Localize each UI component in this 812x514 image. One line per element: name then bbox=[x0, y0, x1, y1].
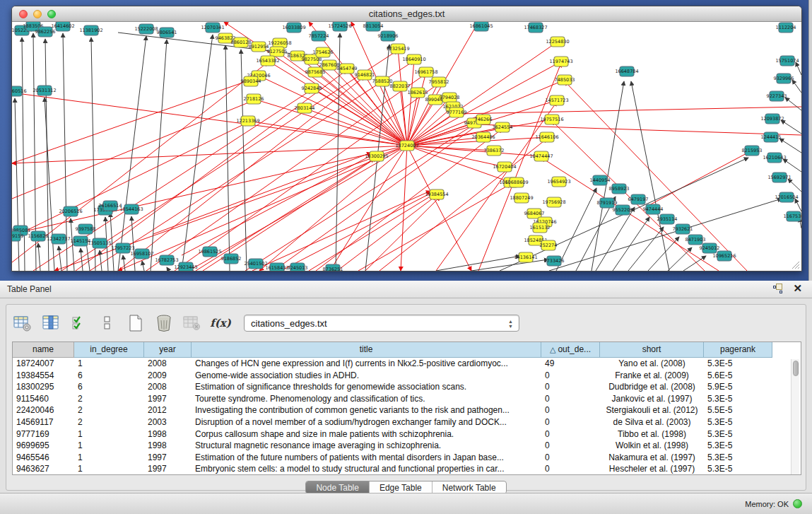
network-node-teal[interactable]: 16648784 bbox=[615, 66, 638, 76]
network-node-yellow[interactable]: 18640910 bbox=[402, 54, 425, 64]
column-header-year[interactable]: year bbox=[144, 342, 192, 358]
delete-rows-icon[interactable] bbox=[153, 313, 175, 334]
table-settings-icon[interactable] bbox=[12, 313, 33, 334]
table-row[interactable]: 911546021997Tourette syndrome. Phenomeno… bbox=[13, 393, 801, 405]
network-node-teal[interactable]: 9552209 bbox=[613, 205, 633, 215]
network-node-yellow[interactable]: 1754626 bbox=[313, 47, 334, 57]
network-node-yellow[interactable]: 16961758 bbox=[414, 67, 437, 77]
network-node-teal[interactable]: 1156829 bbox=[28, 231, 49, 241]
network-node-yellow[interactable]: 8912954 bbox=[249, 42, 269, 52]
column-header-in_degree[interactable]: in_degree bbox=[74, 342, 144, 358]
float-panel-icon[interactable] bbox=[773, 284, 783, 293]
network-node-teal[interactable]: 9245013 bbox=[288, 263, 308, 271]
table-row[interactable]: 969969511998Structural magnetic resonanc… bbox=[13, 440, 801, 452]
network-node-yellow[interactable]: 746266 bbox=[475, 115, 493, 124]
network-node-teal[interactable]: 8958923 bbox=[609, 184, 630, 194]
window-resize-grip[interactable] bbox=[790, 259, 800, 269]
close-panel-icon[interactable]: ✕ bbox=[793, 284, 802, 293]
show-columns-icon[interactable] bbox=[40, 313, 61, 334]
network-node-yellow[interactable]: 9890344 bbox=[241, 76, 261, 86]
column-header-name[interactable]: name bbox=[13, 342, 74, 358]
network-node-teal[interactable]: 15751074 bbox=[775, 56, 799, 66]
scrollbar-thumb[interactable] bbox=[793, 361, 799, 376]
network-node-teal[interactable]: 8471903 bbox=[686, 235, 706, 245]
network-node-teal[interactable]: 15222008 bbox=[134, 24, 158, 34]
network-node-yellow[interactable]: 9875685 bbox=[305, 67, 326, 77]
network-node-yellow[interactable]: 1615132 bbox=[530, 223, 551, 233]
table-vertical-scrollbar[interactable] bbox=[791, 359, 799, 474]
network-node-teal[interactable]: 1244415 bbox=[761, 132, 782, 142]
network-node-teal[interactable]: 9218906 bbox=[378, 31, 399, 41]
network-node-teal[interactable]: 1167530 bbox=[784, 211, 801, 221]
network-node-teal[interactable]: 9329966 bbox=[774, 74, 794, 83]
network-node-yellow[interactable]: 7955812 bbox=[429, 77, 449, 87]
network-node-yellow[interactable]: 9242848 bbox=[302, 83, 322, 93]
network-node-yellow[interactable]: 19756928 bbox=[542, 197, 565, 207]
network-node-teal[interactable]: 11381902 bbox=[79, 25, 102, 35]
network-node-teal[interactable]: 7932621 bbox=[673, 224, 693, 234]
network-node-yellow[interactable]: 19757516 bbox=[540, 115, 563, 124]
network-node-teal[interactable]: 26160516 bbox=[12, 86, 27, 96]
network-node-teal[interactable]: 9397588 bbox=[76, 224, 96, 234]
table-row[interactable]: 1456911722003Disruption of a novel membe… bbox=[13, 416, 801, 428]
network-node-teal[interactable]: 8736251 bbox=[323, 264, 343, 271]
network-node-teal[interactable]: 15692971 bbox=[767, 173, 791, 182]
network-node-yellow[interactable]: 2803144 bbox=[295, 103, 315, 113]
network-node-teal[interactable]: 6479197 bbox=[628, 194, 649, 204]
delete-table-icon[interactable] bbox=[182, 313, 203, 334]
network-node-yellow[interactable]: 1862615 bbox=[408, 88, 428, 98]
network-node-teal[interactable]: 7857224 bbox=[309, 31, 329, 41]
network-node-teal[interactable]: 16158432 bbox=[265, 263, 288, 271]
network-node-teal[interactable]: 2935114 bbox=[657, 214, 678, 224]
network-node-teal[interactable]: 16782753 bbox=[155, 255, 178, 265]
network-node-yellow[interactable]: 12254830 bbox=[546, 37, 569, 47]
network-node-teal[interactable]: 12070341 bbox=[201, 23, 224, 33]
table-row[interactable]: 2242004622012Investigating the contribut… bbox=[13, 404, 801, 416]
function-builder-icon[interactable]: f(x) bbox=[210, 313, 231, 334]
tab-node-table[interactable]: Node Table bbox=[306, 481, 370, 493]
network-node-yellow[interactable]: 18807249 bbox=[510, 193, 533, 203]
network-node-yellow[interactable]: 14571723 bbox=[545, 95, 568, 105]
network-node-yellow[interactable]: 11646106 bbox=[535, 132, 558, 142]
network-node-yellow[interactable]: 12213369 bbox=[236, 116, 259, 126]
network-node-teal[interactable]: 16861045 bbox=[469, 22, 493, 31]
select-columns-icon[interactable] bbox=[69, 313, 90, 334]
tab-network-table[interactable]: Network Table bbox=[433, 481, 506, 493]
table-row[interactable]: 946362711997Embryonic stem cells: a mode… bbox=[13, 463, 801, 475]
network-node-yellow[interactable]: 12325419 bbox=[386, 44, 409, 54]
window-titlebar[interactable]: citations_edges.txt bbox=[12, 6, 801, 22]
network-node-teal[interactable]: 9474444 bbox=[643, 204, 664, 214]
network-node-yellow[interactable]: 7386372 bbox=[484, 146, 505, 156]
network-node-yellow[interactable]: 9127505 bbox=[267, 47, 288, 57]
network-node-teal[interactable]: 17016504 bbox=[775, 192, 798, 202]
network-node-teal[interactable]: 20206516 bbox=[59, 206, 82, 216]
column-header-out_de[interactable]: △out_de... bbox=[541, 342, 600, 358]
network-node-teal[interactable]: 17468327 bbox=[524, 23, 547, 33]
node-table[interactable]: namein_degreeyeartitle△out_de...shortpag… bbox=[12, 341, 801, 475]
network-node-teal[interactable]: 9186852 bbox=[221, 254, 242, 264]
column-header-short[interactable]: short bbox=[600, 342, 704, 358]
network-node-teal[interactable]: 1733426 bbox=[544, 256, 565, 266]
column-header-pagerank[interactable]: pagerank bbox=[704, 342, 772, 358]
network-node-yellow[interactable]: 7485033 bbox=[555, 75, 575, 85]
network-node-teal[interactable]: 16210643 bbox=[763, 153, 786, 163]
new-table-icon[interactable] bbox=[125, 313, 146, 334]
network-node-yellow[interactable]: 2718126 bbox=[244, 94, 264, 104]
row-height-icon[interactable] bbox=[97, 313, 118, 334]
network-node-teal[interactable]: 8215953 bbox=[742, 146, 763, 156]
tab-edge-table[interactable]: Edge Table bbox=[370, 481, 433, 493]
network-canvas[interactable]: 1052234188350698622561641460211381902152… bbox=[12, 22, 801, 271]
network-node-teal[interactable]: 12093872 bbox=[760, 114, 784, 124]
table-row[interactable]: 946554611997Estimation of the future num… bbox=[13, 452, 801, 464]
network-node-yellow[interactable]: 14136141 bbox=[514, 252, 537, 262]
network-node-teal[interactable]: 9806541 bbox=[157, 28, 177, 37]
table-row[interactable]: 1938455462009Genome-wide association stu… bbox=[13, 370, 801, 382]
network-view-window[interactable]: citations_edges.txt 10522341883506986225… bbox=[11, 6, 802, 271]
network-node-teal[interactable]: 19861525 bbox=[198, 247, 221, 257]
network-node-teal[interactable]: 12923445 bbox=[174, 262, 197, 271]
network-node-teal[interactable]: 15724526 bbox=[328, 22, 351, 31]
network-node-teal[interactable]: 8791919 bbox=[597, 198, 618, 208]
network-node-teal[interactable]: 9227343 bbox=[767, 91, 787, 101]
network-node-teal[interactable]: 20531312 bbox=[33, 86, 56, 95]
network-node-teal[interactable]: 1112204 bbox=[776, 23, 796, 33]
